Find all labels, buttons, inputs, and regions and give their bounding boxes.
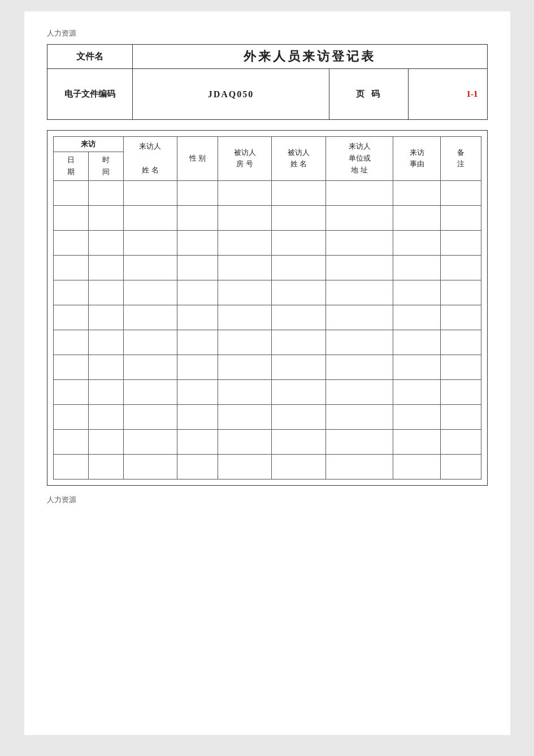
cell-time bbox=[88, 404, 123, 429]
code-label: 电子文件编码 bbox=[52, 87, 128, 102]
cell-gender bbox=[177, 180, 218, 205]
cell-visitor bbox=[123, 454, 177, 479]
cell-visitee bbox=[272, 379, 326, 404]
cell-reason bbox=[393, 404, 441, 429]
cell-reason bbox=[393, 255, 441, 280]
cell-time bbox=[88, 454, 123, 479]
table-row bbox=[53, 280, 481, 305]
visit-header: 来访 bbox=[53, 137, 123, 152]
cell-time bbox=[88, 205, 123, 230]
cell-gender bbox=[177, 305, 218, 330]
cell-visitor bbox=[123, 230, 177, 255]
cell-time bbox=[88, 330, 123, 355]
cell-org bbox=[325, 454, 393, 479]
cell-note bbox=[440, 330, 481, 355]
cell-note bbox=[440, 205, 481, 230]
cell-visitor bbox=[123, 205, 177, 230]
cell-date bbox=[53, 255, 88, 280]
cell-date bbox=[53, 305, 88, 330]
cell-visitee bbox=[272, 230, 326, 255]
cell-date bbox=[53, 379, 88, 404]
cell-date bbox=[53, 180, 88, 205]
cell-note bbox=[440, 379, 481, 404]
page-label: 页 码 bbox=[334, 89, 403, 100]
cell-note bbox=[440, 404, 481, 429]
cell-reason bbox=[393, 205, 441, 230]
cell-reason bbox=[393, 280, 441, 305]
file-name-label: 文件名 bbox=[47, 45, 132, 69]
cell-org bbox=[325, 255, 393, 280]
cell-room bbox=[218, 230, 272, 255]
cell-reason bbox=[393, 454, 441, 479]
cell-visitor bbox=[123, 180, 177, 205]
cell-visitee bbox=[272, 330, 326, 355]
cell-room bbox=[218, 255, 272, 280]
cell-org bbox=[325, 355, 393, 379]
cell-org bbox=[325, 429, 393, 454]
cell-room bbox=[218, 454, 272, 479]
cell-date bbox=[53, 330, 88, 355]
room-header: 被访人 房 号 bbox=[218, 137, 272, 181]
table-row bbox=[53, 230, 481, 255]
table-row bbox=[53, 255, 481, 280]
cell-date bbox=[53, 230, 88, 255]
cell-visitee bbox=[272, 429, 326, 454]
cell-visitor bbox=[123, 305, 177, 330]
cell-note bbox=[440, 230, 481, 255]
cell-time bbox=[88, 230, 123, 255]
cell-reason bbox=[393, 180, 441, 205]
cell-gender bbox=[177, 355, 218, 379]
cell-org bbox=[325, 379, 393, 404]
cell-org bbox=[325, 280, 393, 305]
cell-gender bbox=[177, 429, 218, 454]
cell-visitor bbox=[123, 355, 177, 379]
date-sub-header: 日 期 bbox=[53, 152, 88, 181]
page-number: 1-1 bbox=[413, 89, 483, 99]
table-row bbox=[53, 454, 481, 479]
cell-room bbox=[218, 404, 272, 429]
cell-org bbox=[325, 230, 393, 255]
cell-date bbox=[53, 355, 88, 379]
table-row bbox=[53, 379, 481, 404]
cell-visitor bbox=[123, 330, 177, 355]
cell-visitee bbox=[272, 255, 326, 280]
cell-gender bbox=[177, 404, 218, 429]
cell-visitee bbox=[272, 205, 326, 230]
visitee-name-header: 被访人 姓 名 bbox=[272, 137, 326, 181]
cell-visitee bbox=[272, 305, 326, 330]
table-row bbox=[53, 180, 481, 205]
cell-visitor bbox=[123, 379, 177, 404]
cell-room bbox=[218, 205, 272, 230]
cell-note bbox=[440, 355, 481, 379]
cell-date bbox=[53, 280, 88, 305]
cell-gender bbox=[177, 454, 218, 479]
cell-reason bbox=[393, 330, 441, 355]
org-header: 来访人 单位或 地 址 bbox=[325, 137, 393, 181]
cell-gender bbox=[177, 255, 218, 280]
cell-room bbox=[218, 305, 272, 330]
cell-time bbox=[88, 355, 123, 379]
cell-org bbox=[325, 404, 393, 429]
cell-room bbox=[218, 180, 272, 205]
cell-date bbox=[53, 429, 88, 454]
code-value: JDAQ050 bbox=[137, 89, 325, 100]
cell-time bbox=[88, 280, 123, 305]
cell-org bbox=[325, 330, 393, 355]
gender-header: 性 别 bbox=[177, 137, 218, 181]
doc-info-table: 文件名 外来人员来访登记表 电子文件编码 JDAQ050 页 码 1-1 bbox=[47, 44, 488, 120]
doc-title: 外来人员来访登记表 bbox=[132, 45, 487, 69]
table-row bbox=[53, 404, 481, 429]
cell-visitor bbox=[123, 255, 177, 280]
table-row bbox=[53, 429, 481, 454]
table-row bbox=[53, 330, 481, 355]
cell-org bbox=[325, 305, 393, 330]
cell-visitee bbox=[272, 355, 326, 379]
table-row bbox=[53, 205, 481, 230]
cell-reason bbox=[393, 379, 441, 404]
visitor-name-header: 来访人 姓 名 bbox=[123, 137, 177, 181]
cell-reason bbox=[393, 230, 441, 255]
data-rows bbox=[53, 180, 481, 479]
cell-visitee bbox=[272, 180, 326, 205]
cell-time bbox=[88, 180, 123, 205]
cell-date bbox=[53, 454, 88, 479]
